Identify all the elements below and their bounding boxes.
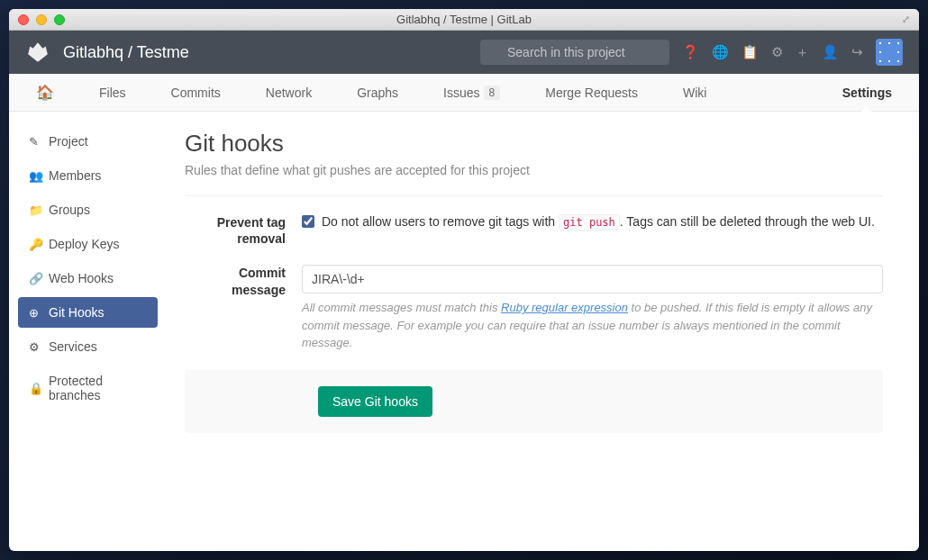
commit-message-label: Commit message bbox=[185, 265, 302, 352]
window-title: Gitlabhq / Testme | GitLab bbox=[9, 13, 919, 26]
members-icon: 👥 bbox=[29, 169, 41, 183]
top-navbar: Gitlabhq / Testme 🔍 ❓ 🌐 📋 ⚙ ＋ 👤 ↪ bbox=[9, 31, 919, 74]
home-icon: 🏠 bbox=[36, 84, 54, 101]
tab-files[interactable]: Files bbox=[99, 74, 126, 112]
sidebar-item-members[interactable]: 👥Members bbox=[18, 160, 158, 191]
save-git-hooks-button[interactable]: Save Git hooks bbox=[318, 386, 432, 417]
folder-icon: 📁 bbox=[29, 203, 41, 217]
prevent-tag-checkbox[interactable] bbox=[302, 215, 314, 228]
gitlab-logo-icon[interactable] bbox=[25, 40, 50, 65]
user-icon[interactable]: 👤 bbox=[822, 44, 839, 60]
window-titlebar: Gitlabhq / Testme | GitLab ⤢ bbox=[9, 9, 919, 31]
tab-wiki[interactable]: Wiki bbox=[683, 74, 706, 112]
edit-icon: ✎ bbox=[29, 135, 41, 149]
ruby-regex-link[interactable]: Ruby regular expression bbox=[501, 301, 628, 314]
help-icon[interactable]: ❓ bbox=[682, 44, 699, 60]
tab-merge-requests[interactable]: Merge Requests bbox=[545, 74, 638, 112]
sidebar-item-groups[interactable]: 📁Groups bbox=[18, 194, 158, 225]
globe-icon[interactable]: 🌐 bbox=[712, 44, 729, 60]
signout-icon[interactable]: ↪ bbox=[851, 44, 863, 60]
link-icon: 🔗 bbox=[29, 272, 41, 285]
page-title: Git hooks bbox=[185, 130, 883, 158]
lock-icon: 🔒 bbox=[29, 382, 41, 395]
prevent-tag-description: Do not allow users to remove git tags wi… bbox=[322, 214, 875, 229]
tab-network[interactable]: Network bbox=[266, 74, 312, 112]
git-push-code: git push bbox=[559, 214, 620, 230]
clipboard-icon[interactable]: 📋 bbox=[741, 44, 759, 60]
user-avatar[interactable] bbox=[876, 39, 903, 66]
breadcrumb[interactable]: Gitlabhq / Testme bbox=[63, 43, 189, 62]
settings-sidebar: ✎Project 👥Members 📁Groups 🔑Deploy Keys 🔗… bbox=[9, 112, 167, 551]
sidebar-item-web-hooks[interactable]: 🔗Web Hooks bbox=[18, 263, 158, 294]
gears-icon: ⚙ bbox=[29, 340, 41, 354]
sidebar-item-deploy-keys[interactable]: 🔑Deploy Keys bbox=[18, 229, 158, 259]
commit-message-regex-input[interactable] bbox=[302, 265, 883, 294]
project-tabs: 🏠 Files Commits Network Graphs Issues8 M… bbox=[9, 74, 919, 112]
tab-issues[interactable]: Issues8 bbox=[443, 74, 500, 112]
settings-gears-icon[interactable]: ⚙ bbox=[771, 44, 783, 60]
commit-message-help: All commit messages must match this Ruby… bbox=[302, 299, 883, 352]
sidebar-item-project[interactable]: ✎Project bbox=[18, 126, 158, 157]
prevent-tag-label: Prevent tag removal bbox=[185, 214, 302, 247]
plus-icon[interactable]: ＋ bbox=[796, 44, 809, 61]
crosshair-icon: ⊕ bbox=[29, 306, 41, 320]
key-icon: 🔑 bbox=[29, 238, 41, 251]
sidebar-item-git-hooks[interactable]: ⊕Git Hooks bbox=[18, 297, 158, 328]
issues-count-badge: 8 bbox=[484, 86, 501, 100]
tab-commits[interactable]: Commits bbox=[171, 74, 221, 112]
project-search-input[interactable] bbox=[480, 40, 669, 65]
sidebar-item-services[interactable]: ⚙Services bbox=[18, 331, 158, 362]
page-subtitle: Rules that define what git pushes are ac… bbox=[185, 163, 883, 177]
sidebar-item-protected-branches[interactable]: 🔒Protected branches bbox=[18, 366, 158, 411]
tab-graphs[interactable]: Graphs bbox=[357, 74, 398, 112]
tab-home[interactable]: 🏠 bbox=[36, 74, 54, 112]
tab-settings[interactable]: Settings bbox=[842, 74, 892, 112]
